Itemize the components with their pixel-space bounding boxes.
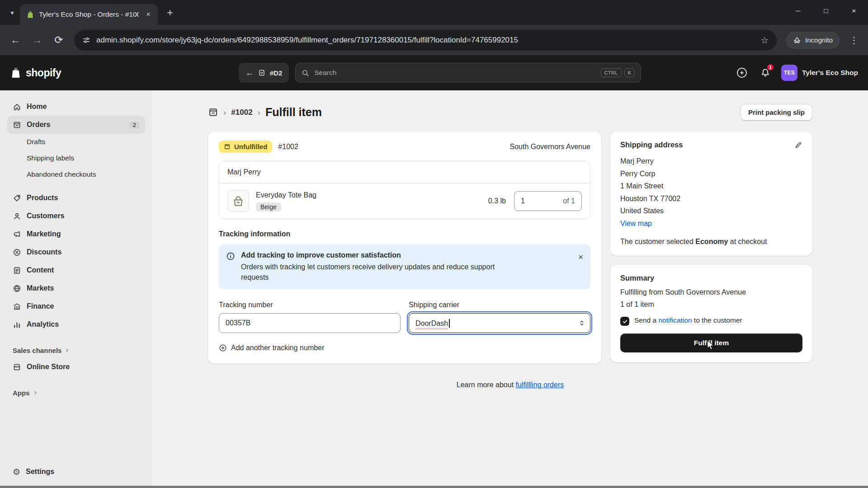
back-to-order-button[interactable]: ← #D2 <box>239 63 289 83</box>
shopify-logo[interactable]: shopify <box>10 67 146 79</box>
markets-icon <box>13 284 21 293</box>
back-button[interactable]: ← <box>5 30 25 50</box>
page-header: › #1002 › Fulfill item Print packing sli… <box>208 104 812 121</box>
search-shortcut: CTRL K <box>601 68 635 77</box>
product-thumbnail <box>227 190 249 212</box>
address-bar[interactable]: admin.shopify.com/store/jy63jq-dc/orders… <box>74 30 777 51</box>
notification-count-badge: 1 <box>766 63 774 71</box>
bookmark-star-icon[interactable]: ☆ <box>760 35 769 46</box>
section-label: Sales channels <box>13 347 61 354</box>
new-tab-button[interactable]: + <box>162 5 178 20</box>
incognito-icon <box>793 36 801 44</box>
sidebar-item-content[interactable]: Content <box>7 261 145 279</box>
banner-title: Add tracking to improve customer satisfa… <box>241 251 512 259</box>
notify-customer-label: Send a notification to the customer <box>634 316 742 324</box>
reload-button[interactable]: ⟳ <box>49 30 69 50</box>
variant-tag: Beige <box>256 202 281 211</box>
fulfilling-orders-link[interactable]: fulfillling orders <box>516 381 564 389</box>
sidebar-item-finance[interactable]: Finance <box>7 297 145 315</box>
right-column: Shipping address Marj Perry Perry Corp 1… <box>610 131 812 362</box>
shipping-carrier-label: Shipping carrier <box>409 301 590 309</box>
customers-icon <box>13 212 21 221</box>
shopify-bag-icon <box>10 67 22 79</box>
sidebar-item-label: Marketing <box>27 230 61 238</box>
assistant-icon[interactable] <box>734 65 750 80</box>
online-store-icon <box>13 363 21 371</box>
global-search-input[interactable]: Search CTRL K <box>295 63 641 83</box>
tab-search-button[interactable]: ▾ <box>5 5 20 20</box>
home-icon <box>13 103 21 111</box>
incognito-badge: Incognito <box>786 32 840 49</box>
edit-address-icon[interactable] <box>794 141 802 149</box>
sidebar-item-label: Orders <box>27 121 50 129</box>
sidebar-item-home[interactable]: Home <box>7 98 145 116</box>
store-menu[interactable]: TES Tyler's Eco Shop <box>781 65 858 81</box>
sidebar-item-label: Shipping labels <box>27 154 74 162</box>
sidebar-item-customers[interactable]: Customers <box>7 207 145 225</box>
fulfill-item-button[interactable]: Fulfill item <box>620 333 802 352</box>
browser-menu-icon[interactable]: ⋮ <box>845 32 863 49</box>
sidebar-item-drafts[interactable]: Drafts <box>7 134 145 150</box>
customer-name: Marj Perry <box>219 161 590 183</box>
quantity-input[interactable]: 1 of 1 <box>514 191 582 211</box>
sidebar-section-apps[interactable]: Apps <box>7 385 145 400</box>
add-tracking-number-button[interactable]: Add another tracking number <box>219 344 590 352</box>
search-icon <box>302 69 309 77</box>
tab-title: Tyler's Eco Shop - Orders - #100 <box>39 10 139 19</box>
tab-close-icon[interactable]: × <box>143 9 153 19</box>
sidebar-item-orders[interactable]: Orders 2 <box>7 116 145 134</box>
orders-breadcrumb-icon[interactable] <box>208 107 218 117</box>
quantity-total: of 1 <box>563 197 575 205</box>
page-title: Fulfill item <box>265 106 322 119</box>
browser-tab[interactable]: Tyler's Eco Shop - Orders - #100 × <box>20 4 158 25</box>
sidebar-item-abandoned-checkouts[interactable]: Abandoned checkouts <box>7 166 145 183</box>
print-packing-slip-button[interactable]: Print packing slip <box>741 104 812 121</box>
sidebar-item-label: Content <box>27 266 54 274</box>
chevron-right-icon <box>33 390 38 395</box>
view-map-link[interactable]: View map <box>620 220 652 227</box>
chevron-down-icon: ▾ <box>10 9 14 16</box>
site-info-icon[interactable] <box>82 36 90 44</box>
browser-tab-strip: ▾ Tyler's Eco Shop - Orders - #100 × + ─… <box>0 0 868 25</box>
sidebar-section-sales-channels[interactable]: Sales channels <box>7 343 145 358</box>
tracking-info-banner: Add tracking to improve customer satisfa… <box>219 244 590 289</box>
notifications-button[interactable]: 1 <box>758 65 773 80</box>
notification-link[interactable]: notification <box>658 316 692 324</box>
summary-heading: Summary <box>620 274 654 282</box>
close-window-button[interactable]: × <box>840 0 868 21</box>
shipping-carrier-select[interactable]: DoorDash <box>409 313 590 333</box>
breadcrumb-order-link[interactable]: #1002 <box>231 108 252 117</box>
marketing-icon <box>13 230 21 239</box>
sidebar-item-online-store[interactable]: Online Store <box>7 358 145 376</box>
sidebar-item-settings[interactable]: ⚙ Settings <box>7 463 145 481</box>
k-keycap: K <box>624 68 635 77</box>
sidebar-item-marketing[interactable]: Marketing <box>7 225 145 243</box>
shipping-address-heading: Shipping address <box>620 141 683 149</box>
store-avatar: TES <box>781 65 797 81</box>
sidebar-item-label: Analytics <box>27 320 59 328</box>
orders-icon <box>13 121 21 129</box>
tracking-number-input[interactable] <box>219 313 401 333</box>
sidebar-item-markets[interactable]: Markets <box>7 279 145 297</box>
product-name[interactable]: Everyday Tote Bag <box>256 191 316 199</box>
sidebar-item-products[interactable]: Products <box>7 189 145 207</box>
maximize-button[interactable]: □ <box>812 0 840 21</box>
finance-icon <box>13 302 21 311</box>
shopify-favicon <box>26 10 34 19</box>
sidebar-item-discounts[interactable]: Discounts <box>7 243 145 261</box>
forward-button[interactable]: → <box>27 30 47 50</box>
url-text[interactable]: admin.shopify.com/store/jy63jq-dc/orders… <box>96 36 751 45</box>
notify-customer-checkbox[interactable] <box>620 317 629 326</box>
store-name: Tyler's Eco Shop <box>802 69 858 77</box>
fulfilling-from-text: Fulfilling from South Governors Avenue <box>620 288 802 296</box>
tracking-information-heading: Tracking information <box>219 230 590 238</box>
sidebar-item-shipping-labels[interactable]: Shipping labels <box>7 150 145 166</box>
sidebar-item-label: Products <box>27 194 58 202</box>
horizontal-scrollbar[interactable] <box>0 486 868 488</box>
minimize-button[interactable]: ─ <box>784 0 812 21</box>
shopify-wordmark: shopify <box>26 67 61 79</box>
sidebar-item-analytics[interactable]: Analytics <box>7 315 145 333</box>
sidebar-item-label: Customers <box>27 212 65 220</box>
banner-close-icon[interactable]: × <box>578 253 583 261</box>
orders-count-badge: 2 <box>129 121 140 129</box>
